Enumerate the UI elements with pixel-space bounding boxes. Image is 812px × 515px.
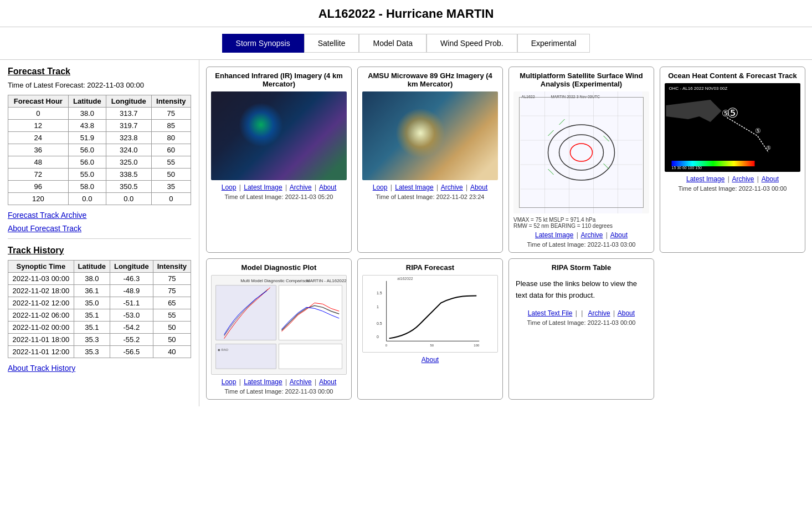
- svg-text:◆ RAO: ◆ RAO: [218, 348, 229, 351]
- track-col-int: Intensity: [153, 261, 191, 273]
- tab-model-data[interactable]: Model Data: [359, 34, 426, 53]
- ohc-time: Time of Latest Image: 2022-11-03 00:00: [679, 185, 787, 192]
- svg-rect-29: [216, 285, 276, 340]
- ir-image: [211, 91, 347, 180]
- table-row: 7255.0338.550: [8, 169, 191, 181]
- table-row: 9658.0350.535: [8, 181, 191, 193]
- model-links: Loop | Latest Image | Archive | About: [222, 378, 337, 386]
- ir-latest-link[interactable]: Latest Image: [244, 183, 282, 191]
- tab-wind-speed-prob[interactable]: Wind Speed Prob.: [426, 34, 517, 53]
- amsu-archive-link[interactable]: Archive: [441, 183, 463, 191]
- ir-loop-link[interactable]: Loop: [222, 183, 237, 191]
- svg-text:1: 1: [377, 305, 379, 309]
- svg-point-11: [571, 144, 593, 161]
- amsu-about-link[interactable]: About: [470, 183, 487, 191]
- track-col-lon: Longitude: [110, 261, 153, 273]
- ripa-storm-about-link[interactable]: About: [618, 309, 635, 317]
- table-row: 2022-11-02 06:0035.1-53.055: [8, 309, 191, 322]
- ohc-links: Latest Image | Archive | About: [686, 175, 779, 183]
- track-history-title: Track History: [8, 246, 191, 256]
- model-archive-link[interactable]: Archive: [290, 378, 312, 386]
- table-row: 2451.9323.880: [8, 132, 191, 144]
- table-row: 2022-11-01 18:0035.3-55.250: [8, 334, 191, 346]
- ohc-archive-link[interactable]: Archive: [732, 175, 754, 183]
- model-title: Model Diagnostic Plot: [241, 263, 317, 272]
- ripa-storm-title: RIPA Storm Table: [552, 263, 611, 272]
- ohc-title: Ocean Heat Content & Forecast Track: [668, 72, 797, 80]
- ir-about-link[interactable]: About: [319, 183, 336, 191]
- tab-experimental[interactable]: Experimental: [517, 34, 590, 53]
- right-panel: Enhanced Infrared (IR) Imagery (4 km Mer…: [199, 60, 812, 406]
- model-loop-link[interactable]: Loop: [222, 378, 237, 386]
- svg-line-12: [548, 130, 554, 136]
- ir-archive-link[interactable]: Archive: [290, 183, 312, 191]
- svg-line-15: [548, 169, 554, 175]
- nav-tabs: Storm Synopsis Satellite Model Data Wind…: [0, 27, 812, 60]
- table-row: 1243.8319.785: [8, 120, 191, 132]
- table-row: 2022-11-03 00:0038.0-46.375: [8, 273, 191, 285]
- svg-line-14: [604, 136, 609, 141]
- forecast-track-archive-link[interactable]: Forecast Track Archive: [8, 211, 191, 220]
- svg-text:100: 100: [474, 344, 480, 347]
- ohc-about-link[interactable]: About: [762, 175, 779, 183]
- svg-text:⑤: ⑤: [766, 145, 771, 151]
- svg-point-10: [559, 135, 604, 170]
- svg-text:15  30  60  100  150: 15 30 60 100 150: [672, 166, 702, 170]
- ripa-forecast-title: RIPA Forecast: [406, 263, 454, 272]
- track-history-table: Synoptic Time Latitude Longitude Intensi…: [8, 260, 191, 358]
- multiplatform-time: Time of Latest Image: 2022-11-03 03:00: [527, 241, 636, 248]
- multiplatform-title: Multiplatform Satellite Surface Wind Ana…: [513, 72, 649, 88]
- svg-text:⑤: ⑤: [755, 127, 761, 135]
- svg-rect-30: [279, 285, 342, 340]
- main-layout: Forecast Track Time of Latest Forecast: …: [0, 60, 812, 406]
- model-about-link[interactable]: About: [319, 378, 336, 386]
- ir-title: Enhanced Infrared (IR) Imagery (4 km Mer…: [211, 72, 347, 88]
- svg-line-13: [559, 119, 565, 125]
- divider: [8, 238, 191, 239]
- amsu-loop-link[interactable]: Loop: [373, 183, 388, 191]
- amsu-latest-link[interactable]: Latest Image: [395, 183, 433, 191]
- card-ripa-storm: RIPA Storm Table Please use the links be…: [508, 258, 654, 400]
- amsu-links: Loop | Latest Image | Archive | About: [373, 183, 488, 191]
- svg-rect-0: [521, 91, 643, 213]
- ripa-storm-archive-link[interactable]: Archive: [588, 309, 610, 317]
- table-row: 2022-11-02 18:0036.1-48.975: [8, 285, 191, 297]
- forecast-col-lat: Latitude: [68, 95, 106, 108]
- tab-satellite[interactable]: Satellite: [304, 34, 359, 53]
- card-ripa-forecast: RIPA Forecast 0 0.5 1 1.5 0 50: [357, 258, 503, 400]
- svg-rect-19: [666, 83, 799, 172]
- ir-links: Loop | Latest Image | Archive | About: [222, 183, 337, 191]
- multiplatform-archive-link[interactable]: Archive: [581, 231, 603, 239]
- about-forecast-track-link[interactable]: About Forecast Track: [8, 224, 191, 233]
- model-image: Multi Model Diagnostic Comparison MARTIN…: [211, 275, 347, 375]
- card-ohc: Ocean Heat Content & Forecast Track: [660, 67, 805, 253]
- card-ir: Enhanced Infrared (IR) Imagery (4 km Mer…: [206, 67, 352, 253]
- svg-text:AL1622: AL1622: [522, 95, 535, 99]
- svg-line-16: [604, 164, 609, 169]
- ohc-latest-link[interactable]: Latest Image: [686, 175, 724, 183]
- about-track-history-link[interactable]: About Track History: [8, 364, 191, 373]
- card-model: Model Diagnostic Plot Multi Model Diagno…: [206, 258, 352, 400]
- svg-point-9: [548, 125, 615, 180]
- multiplatform-latest-link[interactable]: Latest Image: [535, 231, 573, 239]
- svg-text:1.5: 1.5: [377, 292, 382, 295]
- model-latest-link[interactable]: Latest Image: [244, 378, 282, 386]
- table-row: 1200.00.00: [8, 193, 191, 205]
- svg-text:OHC - AL16 2022 N0V03 00Z: OHC - AL16 2022 N0V03 00Z: [669, 86, 728, 91]
- left-panel: Forecast Track Time of Latest Forecast: …: [0, 60, 199, 406]
- multiplatform-links: Latest Image | Archive | About: [535, 231, 628, 239]
- svg-text:MARTIN - AL162022: MARTIN - AL162022: [306, 278, 346, 283]
- multiplatform-about-link[interactable]: About: [610, 231, 628, 239]
- svg-text:0: 0: [377, 335, 379, 339]
- ripa-storm-latest-link[interactable]: Latest Text File: [528, 309, 572, 317]
- ohc-image: 15 30 60 100 150 ⑤ ⑤ ⑤ OHC - AL16 2022 N…: [665, 83, 800, 172]
- tab-storm-synopsis[interactable]: Storm Synopsis: [222, 34, 304, 53]
- forecast-col-hour: Forecast Hour: [8, 95, 69, 108]
- forecast-time-label: Time of Latest Forecast: 2022-11-03 00:0…: [8, 81, 191, 89]
- ripa-forecast-about-link[interactable]: About: [422, 356, 439, 364]
- track-col-lat: Latitude: [74, 261, 110, 273]
- model-time: Time of Latest Image: 2022-11-03 00:00: [225, 388, 333, 395]
- ripa-storm-links: Latest Text File | | Archive | About: [528, 309, 635, 317]
- svg-text:⑤: ⑤: [722, 109, 729, 118]
- multiplatform-stats: VMAX = 75 kt MSLP = 971.4 hPa RMW = 52 n…: [513, 217, 649, 229]
